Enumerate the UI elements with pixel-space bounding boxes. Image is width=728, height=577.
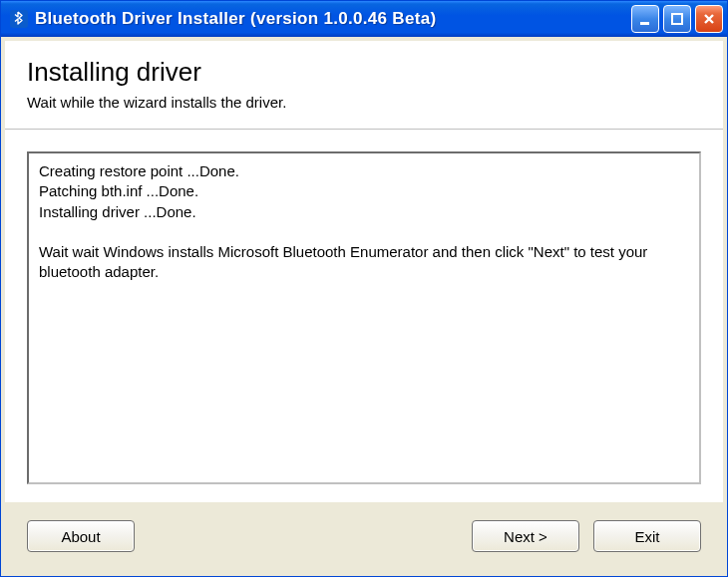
minimize-button[interactable] [631,5,659,33]
svg-rect-1 [640,22,649,25]
next-button[interactable]: Next > [472,520,579,552]
wizard-header: Installing driver Wait while the wizard … [5,41,723,130]
maximize-button[interactable] [663,5,691,33]
page-subtitle: Wait while the wizard installs the drive… [27,94,701,111]
svg-rect-2 [672,14,682,24]
window-controls [631,5,723,33]
installer-window: Bluetooth Driver Installer (version 1.0.… [0,0,728,577]
install-log: Creating restore point ...Done. Patching… [27,151,701,484]
about-button[interactable]: About [27,520,135,552]
content-area: Installing driver Wait while the wizard … [1,37,727,576]
window-title: Bluetooth Driver Installer (version 1.0.… [35,9,631,29]
titlebar: Bluetooth Driver Installer (version 1.0.… [1,1,727,37]
page-title: Installing driver [27,57,701,88]
wizard-body: Creating restore point ...Done. Patching… [5,130,723,502]
bluetooth-icon [9,9,29,29]
button-row: About Next > Exit [5,502,723,572]
exit-button[interactable]: Exit [593,520,701,552]
close-button[interactable] [695,5,723,33]
